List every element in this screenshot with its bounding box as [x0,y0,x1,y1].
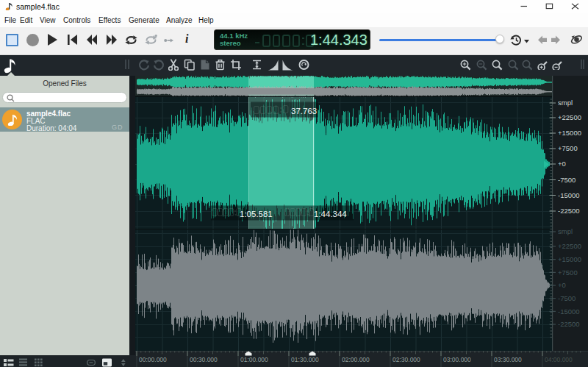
svg-text:+0: +0 [558,160,566,168]
svg-text:04:00.000: 04:00.000 [545,356,573,363]
svg-text:-15000: -15000 [558,191,580,199]
svg-text:01:30.000: 01:30.000 [291,356,319,363]
svg-text:+15000: +15000 [558,255,581,263]
svg-text:-7500: -7500 [558,294,576,302]
svg-text:02:00.000: 02:00.000 [342,356,370,363]
svg-text:-15000: -15000 [558,307,580,316]
svg-text:01:00.000: 01:00.000 [240,356,268,363]
svg-text:1:05.581: 1:05.581 [240,210,273,218]
svg-text:37.763: 37.763 [291,107,317,115]
svg-text:03:30.000: 03:30.000 [494,356,522,363]
svg-text:+22500: +22500 [558,242,581,250]
svg-text:+15000: +15000 [558,129,581,137]
svg-text:+7500: +7500 [558,144,578,152]
svg-text:+22500: +22500 [558,113,581,121]
svg-text:-22500: -22500 [558,207,580,215]
svg-text:03:00.000: 03:00.000 [443,356,471,363]
svg-text:-7500: -7500 [558,176,576,184]
svg-text:+0: +0 [558,281,566,289]
svg-text:smpl: smpl [558,99,573,107]
svg-text:-22500: -22500 [558,320,580,328]
svg-text:smpl: smpl [558,227,573,235]
svg-text:00:00.000: 00:00.000 [139,356,167,363]
svg-text:02:30.000: 02:30.000 [392,356,420,363]
svg-text:+7500: +7500 [558,268,578,277]
svg-text:1:44.344: 1:44.344 [314,210,347,218]
svg-text:00:30.000: 00:30.000 [190,356,218,363]
